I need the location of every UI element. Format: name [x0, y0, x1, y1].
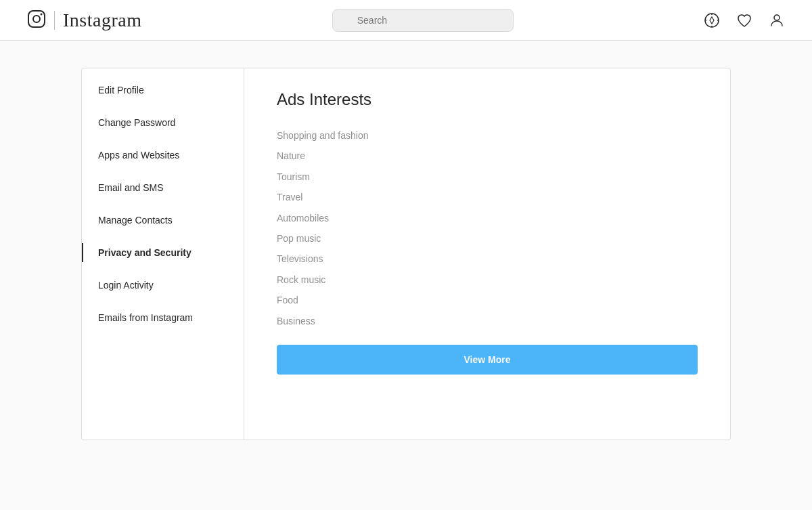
interests-list: Shopping and fashionNatureTourismTravelA…	[277, 125, 698, 331]
interest-item: Tourism	[277, 167, 698, 187]
svg-rect-0	[28, 11, 45, 27]
svg-marker-6	[710, 17, 714, 24]
interest-item: Food	[277, 290, 698, 310]
instagram-logo-icon	[27, 9, 46, 30]
compass-icon[interactable]	[704, 12, 720, 28]
profile-icon[interactable]	[769, 12, 785, 28]
sidebar-item-emails-instagram[interactable]: Emails from Instagram	[82, 301, 244, 334]
svg-point-1	[33, 16, 40, 22]
sidebar-item-edit-profile[interactable]: Edit Profile	[82, 74, 244, 106]
interest-item: Nature	[277, 146, 698, 166]
sidebar-item-login-activity[interactable]: Login Activity	[82, 269, 244, 301]
interest-item: Shopping and fashion	[277, 125, 698, 146]
header: Instagram	[0, 0, 812, 41]
interest-item: Travel	[277, 187, 698, 207]
sidebar-item-apps-websites[interactable]: Apps and Websites	[82, 139, 244, 171]
interest-item: Pop music	[277, 228, 698, 249]
header-nav	[704, 12, 785, 28]
sidebar-item-email-sms[interactable]: Email and SMS	[82, 171, 244, 204]
settings-container: Edit ProfileChange PasswordApps and Webs…	[81, 68, 731, 440]
sidebar-item-change-password[interactable]: Change Password	[82, 106, 244, 139]
search-container	[332, 9, 514, 32]
instagram-wordmark: Instagram	[63, 9, 141, 31]
interest-item: Business	[277, 311, 698, 331]
header-left: Instagram	[27, 9, 141, 31]
sidebar-item-manage-contacts[interactable]: Manage Contacts	[82, 204, 244, 236]
sidebar-item-privacy-security[interactable]: Privacy and Security	[82, 236, 244, 269]
settings-content: Ads Interests Shopping and fashionNature…	[244, 68, 730, 440]
ads-interests-title: Ads Interests	[277, 90, 698, 109]
header-divider	[54, 11, 55, 30]
svg-point-11	[774, 15, 780, 20]
settings-sidebar: Edit ProfileChange PasswordApps and Webs…	[82, 68, 244, 440]
interest-item: Rock music	[277, 270, 698, 290]
interest-item: Televisions	[277, 249, 698, 269]
main-content: Edit ProfileChange PasswordApps and Webs…	[68, 68, 744, 440]
view-more-button[interactable]: View More	[277, 345, 698, 375]
interest-item: Automobiles	[277, 208, 698, 228]
svg-point-5	[705, 14, 719, 27]
heart-icon[interactable]	[736, 12, 752, 28]
svg-point-2	[41, 14, 43, 16]
search-input[interactable]	[332, 9, 514, 32]
